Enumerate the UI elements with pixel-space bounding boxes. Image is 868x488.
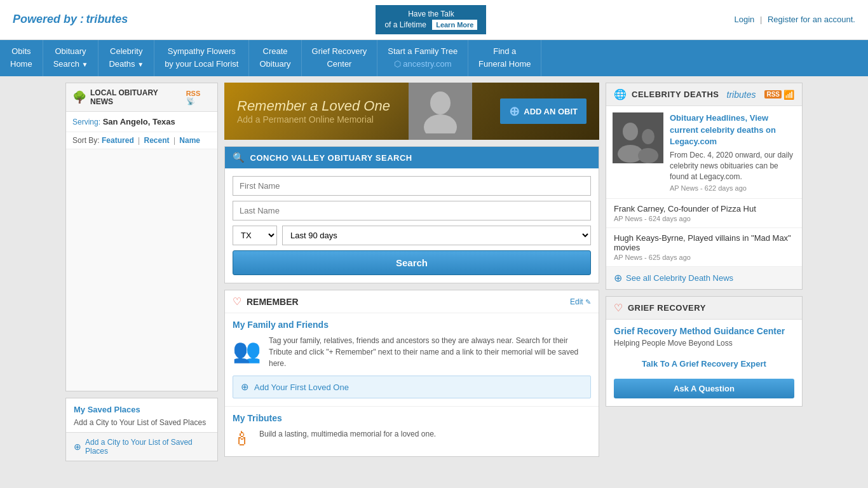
- sort-by-label: Sort By:: [72, 136, 100, 145]
- sidebar-header: 🌳 LOCAL OBITUARY NEWS RSS 📡: [66, 83, 217, 112]
- nav-funeral-line2: Funeral Home: [478, 59, 531, 70]
- add-saved-places-button[interactable]: ⊕ Add a City to Your List of Saved Place…: [66, 432, 217, 461]
- learn-more-label[interactable]: Learn More: [432, 20, 477, 30]
- nav-grief-recovery[interactable]: Grief Recovery Center: [302, 40, 378, 77]
- sort-recent[interactable]: Recent: [144, 136, 170, 145]
- remember-header: ♡ REMEMBER Edit ✎: [225, 290, 599, 313]
- tree-icon: 🌳: [72, 90, 86, 104]
- serving-line: Serving: San Angelo, Texas: [66, 112, 217, 132]
- tributes-content: 🕯 Build a lasting, multimedia memorial f…: [233, 428, 591, 450]
- search-header-icon: 🔍: [233, 152, 245, 163]
- svg-point-3: [623, 123, 638, 140]
- see-all-celebrity-button[interactable]: ⊕ See all Celebrity Death News: [606, 267, 802, 289]
- nav-celebrity-deaths[interactable]: Celebrity Deaths ▼: [98, 40, 154, 77]
- nav-celeb-line1: Celebrity: [110, 46, 142, 57]
- grief-recovery-section: ♡ GRIEF RECOVERY Grief Recovery Method G…: [606, 296, 803, 407]
- grief-heart-icon: ♡: [614, 302, 623, 314]
- search-button[interactable]: Search: [233, 250, 591, 275]
- grief-header: ♡ GRIEF RECOVERY: [606, 297, 802, 320]
- nav-obit-search-line1: Obituary: [55, 46, 86, 57]
- edit-pencil-icon: ✎: [585, 298, 591, 306]
- remember-edit-button[interactable]: Edit ✎: [570, 297, 591, 306]
- nav-grief-line2: Center: [327, 59, 351, 70]
- see-all-label: See all Celebrity Death News: [626, 273, 733, 283]
- my-tributes-section: My Tributes 🕯 Build a lasting, multimedi…: [225, 406, 599, 456]
- memorial-banner: Remember a Loved One Add a Permanent Onl…: [224, 83, 599, 140]
- celebrity-photo: [613, 112, 663, 163]
- nav-obituary-search[interactable]: Obituary Search ▼: [43, 40, 99, 77]
- login-link[interactable]: Login: [735, 15, 755, 24]
- grief-title: GRIEF RECOVERY: [628, 303, 706, 313]
- family-friends-desc: Tag your family, relatives, friends and …: [269, 335, 591, 369]
- date-select[interactable]: Last 90 days Last 30 days Last year All …: [282, 226, 591, 245]
- nav-obits-line1: Obits: [11, 46, 31, 57]
- celebrity-news-title-2[interactable]: Hugh Keays-Byrne, Played villains in "Ma…: [614, 233, 794, 252]
- add-loved-one-button[interactable]: ⊕ Add Your First Loved One: [233, 376, 591, 398]
- add-obit-button[interactable]: ⊕ ADD AN OBIT: [500, 98, 587, 124]
- celebrity-news-title-1[interactable]: Frank Carney, Co-founder of Pizza Hut: [614, 204, 794, 214]
- ask-question-button[interactable]: Ask A Question: [614, 379, 794, 398]
- celebrity-photo-inner: [613, 112, 663, 163]
- brand-logo: tributes: [86, 13, 128, 25]
- nav-celeb-line2: Deaths ▼: [109, 59, 144, 70]
- memorial-photo: [409, 83, 472, 140]
- search-box-header: 🔍 CONCHO VALLEY OBITUARY SEARCH: [225, 147, 599, 168]
- add-loved-plus-icon: ⊕: [241, 381, 249, 393]
- main-nav: Obits Home Obituary Search ▼ Celebrity D…: [0, 40, 868, 77]
- nav-family-tree[interactable]: Start a Family Tree ⬡ ancestry.com: [377, 40, 468, 77]
- state-select[interactable]: TX CA NY FL: [233, 226, 277, 245]
- nav-funeral-home[interactable]: Find a Funeral Home: [468, 40, 541, 77]
- grief-talk-button[interactable]: Talk To A Grief Recovery Expert: [614, 354, 794, 374]
- add-loved-label: Add Your First Loved One: [254, 383, 349, 392]
- last-name-input[interactable]: [233, 201, 591, 220]
- nav-flowers-line1: Sympathy Flowers: [168, 46, 236, 57]
- top-auth-links: Login | Register for an account.: [735, 15, 855, 24]
- search-row: TX CA NY FL Last 90 days Last 30 days La…: [233, 226, 591, 245]
- memorial-subtitle: Add a Permanent Online Memorial: [237, 114, 390, 125]
- nav-create-obituary[interactable]: Create Obituary: [249, 40, 301, 77]
- banner-ad[interactable]: Have the Talk of a Lifetime Learn More: [376, 5, 486, 34]
- see-all-plus-icon: ⊕: [614, 272, 622, 284]
- memorial-title: Remember a Loved One: [237, 98, 390, 114]
- right-sidebar: 🌐 CELEBRITY DEATHS tributes RSS 📶: [606, 83, 803, 463]
- nav-tree-line1: Start a Family Tree: [388, 46, 458, 57]
- celebrity-main-meta: AP News - 622 days ago: [670, 184, 796, 192]
- nav-obit-search-line2: Search ▼: [53, 59, 88, 70]
- search-box-title: CONCHO VALLEY OBITUARY SEARCH: [250, 153, 412, 163]
- remember-title: REMEMBER: [247, 297, 299, 307]
- edit-label: Edit: [570, 297, 583, 306]
- sort-featured[interactable]: Featured: [102, 136, 134, 145]
- grief-content: Grief Recovery Method Guidance Center He…: [606, 320, 802, 354]
- svg-point-1: [424, 114, 457, 133]
- celebrity-news-item-1: Frank Carney, Co-founder of Pizza Hut AP…: [606, 199, 802, 228]
- nav-obits-line2: Home: [10, 59, 32, 70]
- sort-name[interactable]: Name: [179, 136, 200, 145]
- separator: |: [760, 15, 762, 24]
- celebrity-section: 🌐 CELEBRITY DEATHS tributes RSS 📶: [606, 83, 803, 290]
- celebrity-rss[interactable]: RSS 📶: [764, 90, 794, 100]
- sidebar-title: LOCAL OBITUARY NEWS: [90, 88, 182, 106]
- register-link[interactable]: Register for an account.: [768, 15, 855, 24]
- add-circle-icon: ⊕: [74, 442, 81, 452]
- celebrity-header: 🌐 CELEBRITY DEATHS tributes RSS 📶: [606, 83, 802, 106]
- celebrity-news-item-2: Hugh Keays-Byrne, Played villains in "Ma…: [606, 228, 802, 267]
- first-name-input[interactable]: [233, 176, 591, 196]
- powered-by-text: Powered by :: [13, 13, 84, 25]
- celebrity-main-desc: From Dec. 4, 2020 onward, our daily cele…: [670, 150, 796, 182]
- add-saved-label: Add a City to Your List of Saved Places: [85, 438, 210, 456]
- grief-desc: Helping People Move Beyond Loss: [614, 339, 794, 348]
- nav-sympathy-flowers[interactable]: Sympathy Flowers by your Local Florist: [154, 40, 249, 77]
- sidebar-empty-area: [66, 149, 217, 391]
- nav-tree-line2: ⬡ ancestry.com: [394, 59, 452, 70]
- serving-label: Serving:: [72, 118, 100, 126]
- top-bar: Powered by : tributes Have the Talk of a…: [0, 0, 868, 40]
- grief-link[interactable]: Grief Recovery Method Guidance Center: [614, 326, 794, 336]
- nav-obits-home[interactable]: Obits Home: [0, 40, 43, 77]
- nav-funeral-line1: Find a: [493, 46, 516, 57]
- celebrity-title: CELEBRITY DEATHS: [632, 90, 719, 99]
- rss-link[interactable]: RSS 📡: [186, 90, 211, 105]
- center-content: Remember a Loved One Add a Permanent Onl…: [218, 83, 606, 463]
- sort-bar: Sort By: Featured | Recent | Name: [66, 132, 217, 149]
- celebrity-main-title[interactable]: Obituary Headlines, View current celebri…: [670, 112, 796, 147]
- nav-create-line1: Create: [263, 46, 288, 57]
